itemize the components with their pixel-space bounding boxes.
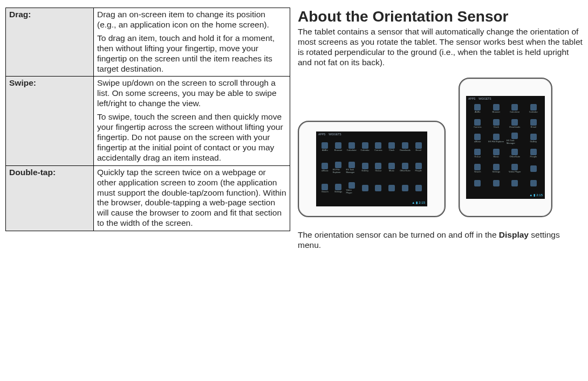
app-icon: OfficeSuite: [400, 158, 411, 177]
clock-text: 2:15: [536, 193, 543, 197]
tab-apps: APPS: [318, 133, 325, 136]
term-swipe: Swipe:: [6, 77, 94, 165]
app-grid-landscape: AldEoBrowserCalculatorCalendarCameraCloc…: [319, 138, 424, 198]
app-icon: Gallery: [525, 132, 542, 145]
battery-icon: ▮: [416, 201, 418, 205]
section-heading: About the Orientation Sensor: [298, 8, 583, 26]
gesture-table: Drag: Drag an on-screen item to change i…: [5, 8, 290, 231]
app-icon: Clock: [488, 117, 505, 130]
term-drag: Drag:: [6, 8, 94, 77]
app-icon: AldEo: [469, 102, 486, 115]
clock-text: 2:15: [419, 201, 425, 205]
app-icon: Settings: [333, 179, 344, 197]
tablet-landscape: APPS WIDGETS AldEoBrowserCalculatorCalen…: [298, 121, 446, 217]
right-column: About the Orientation Sensor The tablet …: [298, 8, 583, 251]
app-icon: [525, 177, 542, 190]
outro-prefix: The orientation sensor can be turned on …: [298, 230, 499, 239]
wifi-icon: ▲: [529, 193, 532, 197]
app-icon: Camera: [373, 138, 384, 156]
app-icon: Browser: [333, 138, 344, 156]
app-icon: Video Player: [346, 179, 358, 197]
wifi-icon: ▲: [412, 201, 415, 205]
app-icon: GoLaz: [469, 147, 486, 160]
app-icon: [386, 179, 398, 197]
swipe-p1: Swipe up/down on the screen to scroll th…: [97, 78, 286, 109]
app-icon: GoLaz: [373, 158, 384, 177]
tablet-screen: APPS WIDGETS AldEoBrowserCalculatorCalen…: [316, 131, 427, 206]
tab-widgets: WIDGETS: [329, 133, 341, 136]
app-grid-portrait: AldEoBrowserCalculatorCalendarCameraCloc…: [469, 102, 542, 190]
app-icon: OfficeSuite: [507, 147, 523, 160]
app-icon: Gallery: [359, 158, 371, 177]
app-icon: [359, 179, 371, 197]
tablet-screen: APPS WIDGETS AldEoBrowserCalculatorCalen…: [466, 96, 545, 199]
tab-apps: APPS: [468, 97, 475, 100]
intro-paragraph: The tablet contains a sensor that will a…: [298, 27, 583, 68]
app-icon: [400, 179, 411, 197]
tablet-portrait: APPS WIDGETS AldEoBrowserCalculatorCalen…: [459, 78, 552, 217]
app-icon: Downloads: [400, 138, 411, 156]
app-icon: People: [525, 147, 542, 160]
app-icon: Calculator: [507, 102, 523, 115]
app-icon: Browser: [488, 102, 505, 115]
app-icon: aMusic: [319, 158, 331, 177]
app-icon: Calendar: [525, 102, 542, 115]
app-icon: Music: [488, 147, 505, 160]
app-icon: Calendar: [359, 138, 371, 156]
app-icon: ES File Explorer: [333, 158, 344, 177]
app-icon: Email: [413, 138, 424, 156]
table-row: Drag: Drag an on-screen item to change i…: [6, 8, 290, 77]
battery-icon: ▮: [534, 193, 535, 197]
desc-doubletap: Quickly tap the screen twice on a webpag…: [94, 165, 290, 231]
app-icon: Settings: [488, 162, 505, 175]
app-icon: [507, 177, 523, 190]
left-column: Drag: Drag an on-screen item to change i…: [5, 8, 290, 251]
app-icon: [413, 179, 424, 197]
display-link-text: Display: [499, 230, 529, 239]
app-icon: [488, 177, 505, 190]
desc-drag: Drag an on-screen item to change its pos…: [94, 8, 290, 77]
app-icon: Clock: [386, 138, 398, 156]
app-icon: Search: [469, 162, 486, 175]
status-bar: ▲ ▮ 2:15: [468, 193, 543, 198]
app-icon: AldEo: [319, 138, 331, 156]
app-icon: Search: [319, 179, 331, 197]
desc-swipe: Swipe up/down on the screen to scroll th…: [94, 77, 290, 165]
app-icon: [525, 162, 542, 175]
app-icon: ES File Explorer: [488, 132, 505, 145]
term-doubletap: Double-tap:: [6, 165, 94, 231]
swipe-p2: To swipe, touch the screen and then quic…: [97, 112, 286, 163]
tablet-illustrations: APPS WIDGETS AldEoBrowserCalculatorCalen…: [298, 78, 583, 217]
app-icon: Calculator: [346, 138, 358, 156]
app-icon: Email: [525, 117, 542, 130]
app-icon: Downloads: [507, 117, 523, 130]
app-icon: Camera: [469, 117, 486, 130]
apps-widgets-tabs: APPS WIDGETS: [318, 133, 341, 136]
app-icon: People: [413, 158, 424, 177]
outro-paragraph: The orientation sensor can be turned on …: [298, 230, 583, 251]
app-icon: [373, 179, 384, 197]
app-icon: ES Task Manager: [507, 132, 523, 145]
table-row: Double-tap: Quickly tap the screen twice…: [6, 165, 290, 231]
app-icon: aMusic: [469, 132, 486, 145]
tab-widgets: WIDGETS: [478, 97, 491, 100]
table-row: Swipe: Swipe up/down on the screen to sc…: [6, 77, 290, 165]
status-bar: ▲ ▮ 2:15: [318, 201, 425, 205]
drag-p1: Drag an on-screen item to change its pos…: [97, 10, 286, 30]
app-icon: Music: [386, 158, 398, 177]
app-icon: [469, 177, 486, 190]
app-icon: Video Player: [507, 162, 523, 175]
app-icon: ES Task Manager: [346, 158, 358, 177]
apps-widgets-tabs: APPS WIDGETS: [468, 97, 491, 100]
doubletap-p1: Quickly tap the screen twice on a webpag…: [97, 168, 286, 228]
drag-p2: To drag an item, touch and hold it for a…: [97, 33, 286, 74]
